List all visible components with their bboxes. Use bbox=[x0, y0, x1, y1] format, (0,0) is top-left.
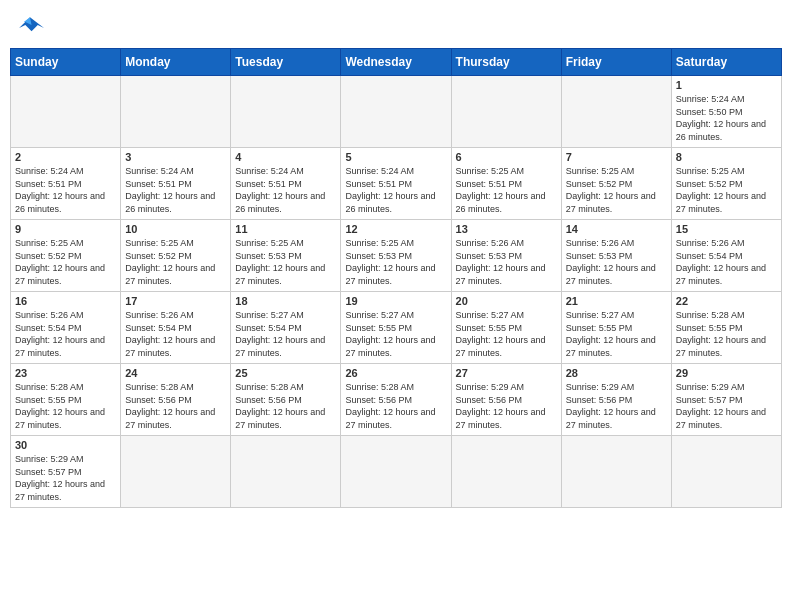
day-number: 13 bbox=[456, 223, 557, 235]
day-info: Sunrise: 5:26 AM Sunset: 5:54 PM Dayligh… bbox=[125, 309, 226, 359]
day-info: Sunrise: 5:28 AM Sunset: 5:56 PM Dayligh… bbox=[235, 381, 336, 431]
day-number: 16 bbox=[15, 295, 116, 307]
calendar-cell: 21Sunrise: 5:27 AM Sunset: 5:55 PM Dayli… bbox=[561, 292, 671, 364]
calendar-cell: 14Sunrise: 5:26 AM Sunset: 5:53 PM Dayli… bbox=[561, 220, 671, 292]
calendar-week-row: 16Sunrise: 5:26 AM Sunset: 5:54 PM Dayli… bbox=[11, 292, 782, 364]
calendar-cell: 16Sunrise: 5:26 AM Sunset: 5:54 PM Dayli… bbox=[11, 292, 121, 364]
day-info: Sunrise: 5:26 AM Sunset: 5:54 PM Dayligh… bbox=[15, 309, 116, 359]
day-info: Sunrise: 5:25 AM Sunset: 5:52 PM Dayligh… bbox=[15, 237, 116, 287]
calendar-cell: 27Sunrise: 5:29 AM Sunset: 5:56 PM Dayli… bbox=[451, 364, 561, 436]
logo bbox=[16, 14, 46, 36]
day-number: 17 bbox=[125, 295, 226, 307]
calendar-cell: 23Sunrise: 5:28 AM Sunset: 5:55 PM Dayli… bbox=[11, 364, 121, 436]
calendar-cell bbox=[451, 436, 561, 508]
calendar-cell: 6Sunrise: 5:25 AM Sunset: 5:51 PM Daylig… bbox=[451, 148, 561, 220]
calendar-cell: 17Sunrise: 5:26 AM Sunset: 5:54 PM Dayli… bbox=[121, 292, 231, 364]
day-number: 26 bbox=[345, 367, 446, 379]
day-number: 3 bbox=[125, 151, 226, 163]
col-header-wednesday: Wednesday bbox=[341, 49, 451, 76]
day-info: Sunrise: 5:29 AM Sunset: 5:56 PM Dayligh… bbox=[456, 381, 557, 431]
logo-icon bbox=[16, 14, 44, 36]
calendar-cell bbox=[341, 436, 451, 508]
day-number: 15 bbox=[676, 223, 777, 235]
calendar-cell bbox=[11, 76, 121, 148]
calendar-cell bbox=[451, 76, 561, 148]
day-number: 29 bbox=[676, 367, 777, 379]
col-header-monday: Monday bbox=[121, 49, 231, 76]
calendar-cell bbox=[121, 76, 231, 148]
day-info: Sunrise: 5:28 AM Sunset: 5:56 PM Dayligh… bbox=[345, 381, 446, 431]
calendar-cell bbox=[231, 76, 341, 148]
calendar-cell: 2Sunrise: 5:24 AM Sunset: 5:51 PM Daylig… bbox=[11, 148, 121, 220]
day-info: Sunrise: 5:24 AM Sunset: 5:51 PM Dayligh… bbox=[125, 165, 226, 215]
day-number: 2 bbox=[15, 151, 116, 163]
day-info: Sunrise: 5:24 AM Sunset: 5:50 PM Dayligh… bbox=[676, 93, 777, 143]
calendar-cell bbox=[231, 436, 341, 508]
calendar-cell: 15Sunrise: 5:26 AM Sunset: 5:54 PM Dayli… bbox=[671, 220, 781, 292]
col-header-thursday: Thursday bbox=[451, 49, 561, 76]
calendar-cell: 28Sunrise: 5:29 AM Sunset: 5:56 PM Dayli… bbox=[561, 364, 671, 436]
day-info: Sunrise: 5:29 AM Sunset: 5:56 PM Dayligh… bbox=[566, 381, 667, 431]
calendar-cell: 20Sunrise: 5:27 AM Sunset: 5:55 PM Dayli… bbox=[451, 292, 561, 364]
calendar-cell: 1Sunrise: 5:24 AM Sunset: 5:50 PM Daylig… bbox=[671, 76, 781, 148]
day-info: Sunrise: 5:25 AM Sunset: 5:52 PM Dayligh… bbox=[676, 165, 777, 215]
calendar-cell: 25Sunrise: 5:28 AM Sunset: 5:56 PM Dayli… bbox=[231, 364, 341, 436]
day-info: Sunrise: 5:25 AM Sunset: 5:52 PM Dayligh… bbox=[125, 237, 226, 287]
day-info: Sunrise: 5:27 AM Sunset: 5:55 PM Dayligh… bbox=[566, 309, 667, 359]
day-number: 25 bbox=[235, 367, 336, 379]
calendar-week-row: 1Sunrise: 5:24 AM Sunset: 5:50 PM Daylig… bbox=[11, 76, 782, 148]
day-number: 11 bbox=[235, 223, 336, 235]
calendar-table: SundayMondayTuesdayWednesdayThursdayFrid… bbox=[10, 48, 782, 508]
day-info: Sunrise: 5:29 AM Sunset: 5:57 PM Dayligh… bbox=[15, 453, 116, 503]
calendar-cell: 7Sunrise: 5:25 AM Sunset: 5:52 PM Daylig… bbox=[561, 148, 671, 220]
day-number: 19 bbox=[345, 295, 446, 307]
calendar-cell: 29Sunrise: 5:29 AM Sunset: 5:57 PM Dayli… bbox=[671, 364, 781, 436]
day-info: Sunrise: 5:26 AM Sunset: 5:53 PM Dayligh… bbox=[456, 237, 557, 287]
calendar-cell: 18Sunrise: 5:27 AM Sunset: 5:54 PM Dayli… bbox=[231, 292, 341, 364]
calendar-cell: 13Sunrise: 5:26 AM Sunset: 5:53 PM Dayli… bbox=[451, 220, 561, 292]
day-number: 27 bbox=[456, 367, 557, 379]
calendar-cell: 8Sunrise: 5:25 AM Sunset: 5:52 PM Daylig… bbox=[671, 148, 781, 220]
day-number: 5 bbox=[345, 151, 446, 163]
day-number: 22 bbox=[676, 295, 777, 307]
day-info: Sunrise: 5:24 AM Sunset: 5:51 PM Dayligh… bbox=[235, 165, 336, 215]
calendar-week-row: 2Sunrise: 5:24 AM Sunset: 5:51 PM Daylig… bbox=[11, 148, 782, 220]
calendar-cell: 24Sunrise: 5:28 AM Sunset: 5:56 PM Dayli… bbox=[121, 364, 231, 436]
calendar-cell: 22Sunrise: 5:28 AM Sunset: 5:55 PM Dayli… bbox=[671, 292, 781, 364]
calendar-cell: 5Sunrise: 5:24 AM Sunset: 5:51 PM Daylig… bbox=[341, 148, 451, 220]
day-number: 30 bbox=[15, 439, 116, 451]
day-number: 8 bbox=[676, 151, 777, 163]
day-number: 9 bbox=[15, 223, 116, 235]
day-number: 14 bbox=[566, 223, 667, 235]
col-header-sunday: Sunday bbox=[11, 49, 121, 76]
calendar-cell: 26Sunrise: 5:28 AM Sunset: 5:56 PM Dayli… bbox=[341, 364, 451, 436]
day-number: 4 bbox=[235, 151, 336, 163]
day-info: Sunrise: 5:25 AM Sunset: 5:51 PM Dayligh… bbox=[456, 165, 557, 215]
col-header-tuesday: Tuesday bbox=[231, 49, 341, 76]
calendar-cell: 4Sunrise: 5:24 AM Sunset: 5:51 PM Daylig… bbox=[231, 148, 341, 220]
day-info: Sunrise: 5:24 AM Sunset: 5:51 PM Dayligh… bbox=[15, 165, 116, 215]
calendar-cell: 10Sunrise: 5:25 AM Sunset: 5:52 PM Dayli… bbox=[121, 220, 231, 292]
calendar-week-row: 23Sunrise: 5:28 AM Sunset: 5:55 PM Dayli… bbox=[11, 364, 782, 436]
calendar-cell bbox=[121, 436, 231, 508]
day-info: Sunrise: 5:27 AM Sunset: 5:54 PM Dayligh… bbox=[235, 309, 336, 359]
calendar-header-row: SundayMondayTuesdayWednesdayThursdayFrid… bbox=[11, 49, 782, 76]
day-info: Sunrise: 5:25 AM Sunset: 5:52 PM Dayligh… bbox=[566, 165, 667, 215]
calendar-cell bbox=[341, 76, 451, 148]
day-number: 24 bbox=[125, 367, 226, 379]
calendar-cell: 11Sunrise: 5:25 AM Sunset: 5:53 PM Dayli… bbox=[231, 220, 341, 292]
day-info: Sunrise: 5:28 AM Sunset: 5:56 PM Dayligh… bbox=[125, 381, 226, 431]
day-number: 1 bbox=[676, 79, 777, 91]
calendar-cell bbox=[671, 436, 781, 508]
day-info: Sunrise: 5:29 AM Sunset: 5:57 PM Dayligh… bbox=[676, 381, 777, 431]
day-info: Sunrise: 5:25 AM Sunset: 5:53 PM Dayligh… bbox=[235, 237, 336, 287]
calendar-cell: 12Sunrise: 5:25 AM Sunset: 5:53 PM Dayli… bbox=[341, 220, 451, 292]
day-info: Sunrise: 5:26 AM Sunset: 5:53 PM Dayligh… bbox=[566, 237, 667, 287]
col-header-saturday: Saturday bbox=[671, 49, 781, 76]
day-number: 10 bbox=[125, 223, 226, 235]
day-info: Sunrise: 5:25 AM Sunset: 5:53 PM Dayligh… bbox=[345, 237, 446, 287]
calendar-week-row: 30Sunrise: 5:29 AM Sunset: 5:57 PM Dayli… bbox=[11, 436, 782, 508]
day-number: 20 bbox=[456, 295, 557, 307]
day-info: Sunrise: 5:24 AM Sunset: 5:51 PM Dayligh… bbox=[345, 165, 446, 215]
day-number: 6 bbox=[456, 151, 557, 163]
